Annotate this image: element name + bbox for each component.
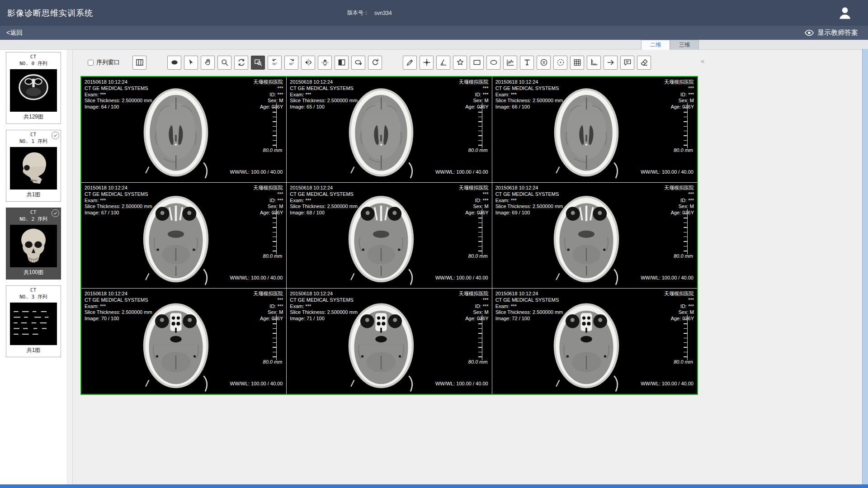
cell-exam: Exam: *** xyxy=(290,303,358,310)
cell-exam: Exam: *** xyxy=(495,303,563,310)
circle-point-button[interactable] xyxy=(553,56,567,70)
zoom-button[interactable] xyxy=(217,56,231,70)
cell-hospital: 天堰模拟医院 xyxy=(253,291,283,297)
cell-info-left: 20150618 10:12:24 CT GE MEDICAL SYSTEMS … xyxy=(495,185,563,216)
rect-roi-button[interactable] xyxy=(470,56,484,70)
cell-slice-thickness: Slice Thickness: 2.500000 mm xyxy=(85,204,152,210)
circdash-icon xyxy=(556,58,565,67)
tool-group xyxy=(403,56,651,70)
reset-button[interactable] xyxy=(368,56,382,70)
cell-sex: Sex: M xyxy=(459,98,489,104)
series-count: 共1图 xyxy=(6,346,61,354)
pencil-icon xyxy=(406,58,415,67)
flip-horizontal-button[interactable] xyxy=(301,56,315,70)
star-roi-button[interactable] xyxy=(453,56,467,70)
cell-slice-thickness: Slice Thickness: 2.500000 mm xyxy=(85,98,152,104)
layout-grid-button[interactable] xyxy=(132,56,146,70)
user-avatar[interactable] xyxy=(836,5,854,22)
cell-datetime: 20150618 10:12:24 xyxy=(85,79,152,85)
flip-vertical-button[interactable] xyxy=(318,56,332,70)
cell-wwwl: WW/WL: 100.00 / 40.00 xyxy=(641,275,693,281)
star-icon xyxy=(456,58,465,67)
cell-info-right: 天堰模拟医院 *** ID: *** Sex: M Age: 036Y xyxy=(459,79,489,110)
series-card-0[interactable]: CT NO. 0 序列 共129图 xyxy=(6,52,61,124)
cell-age: Age: 036Y xyxy=(459,210,489,216)
tool-groups xyxy=(132,56,651,70)
viewport-cell-3[interactable]: 20150618 10:12:24 CT GE MEDICAL SYSTEMS … xyxy=(81,183,286,288)
cell-slice-thickness: Slice Thickness: 2.500000 mm xyxy=(290,204,358,210)
cell-stars: *** xyxy=(459,85,489,92)
rot90l-icon xyxy=(270,58,279,67)
reset-icon xyxy=(371,58,380,67)
cell-device: CT GE MEDICAL SYSTEMS xyxy=(85,297,152,303)
scale-ruler-icon xyxy=(684,209,688,254)
select-cursor-button[interactable] xyxy=(184,56,198,70)
series-title: NO. 1 序列 xyxy=(6,138,61,145)
viewport-cell-8[interactable]: 20150618 10:12:24 CT GE MEDICAL SYSTEMS … xyxy=(492,289,697,394)
curve-button[interactable] xyxy=(503,56,517,70)
back-button[interactable]: <返回 xyxy=(0,29,23,37)
viewport-cell-5[interactable]: 20150618 10:12:24 CT GE MEDICAL SYSTEMS … xyxy=(492,183,697,288)
rotate-left-90-button[interactable] xyxy=(268,56,282,70)
ellipse-roi-button[interactable] xyxy=(486,56,500,70)
sidebar-scroll-track[interactable] xyxy=(67,50,73,488)
eraser-icon xyxy=(640,58,649,67)
comment-button[interactable] xyxy=(620,56,634,70)
series-window-checkbox[interactable] xyxy=(88,60,94,66)
ruler-button[interactable] xyxy=(587,56,601,70)
series-card-3[interactable]: CT NO. 3 序列 共1图 xyxy=(6,285,61,357)
crosshair-button[interactable] xyxy=(420,56,434,70)
series-card-2[interactable]: CT NO. 2 序列 共100图 xyxy=(6,208,61,280)
viewport-cell-2[interactable]: 20150618 10:12:24 CT GE MEDICAL SYSTEMS … xyxy=(492,77,697,182)
cell-slice-thickness: Slice Thickness: 2.500000 mm xyxy=(290,98,358,104)
angle-button[interactable] xyxy=(436,56,450,70)
series-thumbnail xyxy=(10,69,57,112)
viewport-cell-7[interactable]: 20150618 10:12:24 CT GE MEDICAL SYSTEMS … xyxy=(287,289,491,394)
pan-hand-button[interactable] xyxy=(201,56,215,70)
collapse-toolbar-button[interactable]: « xyxy=(701,57,704,65)
show-teacher-answer-button[interactable]: 显示教师答案 xyxy=(804,28,868,37)
shutter-draw-button[interactable] xyxy=(351,56,365,70)
check-icon xyxy=(53,211,58,216)
viewport-cell-1[interactable]: 20150618 10:12:24 CT GE MEDICAL SYSTEMS … xyxy=(287,77,491,182)
cell-device: CT GE MEDICAL SYSTEMS xyxy=(495,297,563,303)
wave-icon xyxy=(506,58,515,67)
series-window-toggle[interactable]: 序列窗口 xyxy=(88,58,120,66)
text-annotation-button[interactable] xyxy=(520,56,534,70)
vertical-scrollbar[interactable] xyxy=(862,49,868,484)
series-count: 共129图 xyxy=(6,113,61,121)
scale-label: 80.0 mm xyxy=(468,253,488,259)
invert-button[interactable] xyxy=(335,56,349,70)
cell-id: ID: *** xyxy=(664,198,694,204)
cell-image-number: Image: 70 / 100 xyxy=(85,316,152,322)
cell-info-right: 天堰模拟医院 *** ID: *** Sex: M Age: 036Y xyxy=(459,291,489,322)
tab-3d[interactable]: 三维 xyxy=(670,40,699,50)
eraser-button[interactable] xyxy=(637,56,651,70)
cell-wwwl: WW/WL: 100.00 / 40.00 xyxy=(230,381,283,387)
rotate-icon xyxy=(237,58,246,67)
viewport-cell-6[interactable]: 20150618 10:12:24 CT GE MEDICAL SYSTEMS … xyxy=(81,289,286,394)
cell-exam: Exam: *** xyxy=(85,303,152,310)
shutter-ellipse-button[interactable] xyxy=(167,56,181,70)
rotate-button[interactable] xyxy=(234,56,248,70)
arrow-annotation-button[interactable] xyxy=(604,56,618,70)
cell-datetime: 20150618 10:12:24 xyxy=(495,291,563,297)
scale-ruler-icon xyxy=(478,103,482,148)
zoom-rect-button[interactable] xyxy=(251,56,265,70)
angle-icon xyxy=(439,58,448,67)
series-card-1[interactable]: CT NO. 1 序列 共1图 xyxy=(6,130,61,202)
viewport-cell-4[interactable]: 20150618 10:12:24 CT GE MEDICAL SYSTEMS … xyxy=(287,183,491,288)
scale-label: 80.0 mm xyxy=(674,147,693,153)
eye-icon xyxy=(804,29,814,36)
series-count: 共100图 xyxy=(6,269,61,276)
grid-button[interactable] xyxy=(570,56,584,70)
circle-info-button[interactable] xyxy=(537,56,551,70)
viewport-cell-0[interactable]: 20150618 10:12:24 CT GE MEDICAL SYSTEMS … xyxy=(81,77,286,182)
rotate-right-90-button[interactable] xyxy=(284,56,298,70)
tab-2d[interactable]: 二维 xyxy=(641,40,670,50)
bottom-scrollbar[interactable] xyxy=(0,484,868,488)
zoomrect-icon xyxy=(254,58,263,67)
view-mode-strip: 二维三维 xyxy=(0,40,868,50)
cell-stars: *** xyxy=(664,85,694,92)
measure-line-button[interactable] xyxy=(403,56,417,70)
